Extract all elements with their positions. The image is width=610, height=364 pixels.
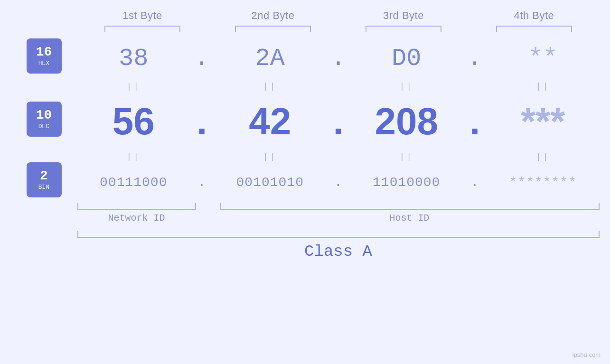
hex-badge-col: 16 HEX (11, 38, 77, 78)
hex-values: 38 . 2A . D0 . ** (77, 45, 600, 73)
hex-val-4: ** (487, 45, 600, 73)
dec-val-3: 208 (350, 100, 463, 143)
dec-values: 56 . 42 . 208 . *** (77, 100, 600, 143)
equals-row-2: || || || || (11, 150, 600, 163)
bin-sep-2: . (327, 175, 350, 190)
bin-badge: 2 BIN (27, 162, 62, 197)
bin-row: 2 BIN 00111000 . 00101010 . 11010000 . (11, 163, 600, 201)
equals-row-1: || || || || (11, 80, 600, 93)
bracket-top-2 (208, 26, 338, 32)
watermark: ipshu.com (572, 351, 601, 358)
dec-val-2: 42 (214, 100, 327, 143)
byte-label-4: 4th Byte (469, 9, 600, 22)
hex-row: 16 HEX 38 . 2A . D0 . * (11, 37, 600, 80)
bracket-top-3 (338, 26, 469, 32)
byte-labels-row: 1st Byte 2nd Byte 3rd Byte 4th Byte (77, 9, 600, 22)
bin-values: 00111000 . 00101010 . 11010000 . *******… (77, 175, 600, 190)
bin-sep-3: . (463, 175, 487, 190)
hex-sep-3: . (463, 45, 487, 73)
dec-badge: 10 DEC (27, 102, 62, 137)
hex-val-2: 2A (214, 45, 327, 73)
dec-val-1: 56 (77, 100, 190, 143)
dec-sep-3: . (463, 106, 487, 137)
network-id-section: Network ID (77, 203, 196, 224)
dec-badge-col: 10 DEC (11, 102, 77, 141)
hex-sep-2: . (327, 45, 350, 73)
hex-sep-1: . (190, 45, 214, 73)
bin-val-3: 11010000 (350, 175, 463, 190)
bin-badge-number: 2 (40, 169, 48, 183)
dec-sep-2: . (327, 106, 350, 137)
bin-badge-col: 2 BIN (11, 162, 77, 202)
dec-row: 10 DEC 56 . 42 . 208 . (11, 93, 600, 150)
network-id-label: Network ID (77, 213, 196, 224)
bracket-top-4 (469, 26, 600, 32)
class-section: Class A (77, 231, 600, 261)
dec-sep-1: . (190, 106, 214, 137)
host-id-label: Host ID (220, 213, 600, 224)
bin-val-2: 00101010 (214, 175, 327, 190)
bin-badge-label: BIN (38, 184, 49, 191)
main-container: 1st Byte 2nd Byte 3rd Byte 4th Byte 16 H… (0, 0, 610, 364)
byte-label-2: 2nd Byte (208, 9, 338, 22)
bin-val-4: ******** (487, 175, 600, 190)
hex-val-1: 38 (77, 45, 190, 73)
hex-badge-number: 16 (36, 46, 52, 59)
class-label: Class A (77, 243, 600, 261)
top-brackets-row (77, 26, 600, 32)
bin-sep-1: . (190, 175, 214, 190)
hex-val-3: D0 (350, 45, 463, 73)
dec-val-4: *** (487, 100, 600, 143)
hex-badge: 16 HEX (27, 38, 62, 74)
byte-label-1: 1st Byte (77, 9, 208, 22)
host-id-section: Host ID (220, 203, 600, 224)
bottom-brackets-row: Network ID Host ID (77, 203, 600, 224)
bin-val-1: 00111000 (77, 175, 190, 190)
dec-badge-number: 10 (36, 109, 52, 122)
class-bracket (77, 231, 600, 238)
bracket-top-1 (77, 26, 208, 32)
hex-badge-label: HEX (38, 60, 49, 67)
dec-badge-label: DEC (38, 123, 49, 130)
byte-label-3: 3rd Byte (338, 9, 469, 22)
